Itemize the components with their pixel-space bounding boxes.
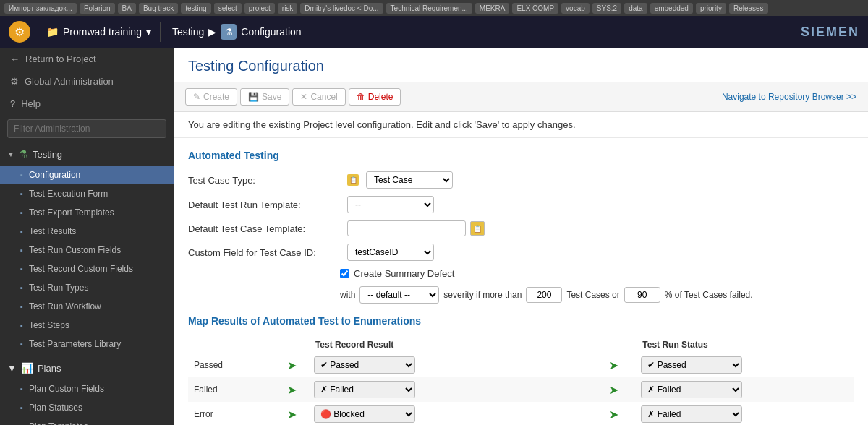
browser-tab[interactable]: testing xyxy=(181,3,210,14)
browser-tab[interactable]: vocab xyxy=(561,3,590,14)
custom-field-label: Custom Field for Test Case ID: xyxy=(188,247,340,258)
arrow-passed-2: ➤ xyxy=(592,353,635,377)
test-cases-label: Test Cases or xyxy=(566,290,619,300)
sidebar-item-run-workflow[interactable]: ▪ Test Run Workflow xyxy=(0,297,174,316)
custom-field-select[interactable]: testCaseID xyxy=(347,244,434,261)
sidebar-item-configuration[interactable]: ▪ Configuration xyxy=(0,166,174,184)
testing-section: ▼ ⚗ Testing ▪ Configuration ▪ Test Execu… xyxy=(0,142,174,353)
sidebar: ← Return to Project ⚙ Global Administrat… xyxy=(0,48,174,425)
save-label: Save xyxy=(262,92,281,102)
browse-button[interactable]: 📋 xyxy=(470,221,485,236)
browser-tab[interactable]: Импорт закладок... xyxy=(4,3,77,14)
browser-tab[interactable]: Bug track xyxy=(139,3,178,14)
with-label: with xyxy=(340,290,355,300)
right-arrow-icon-2: ➤ xyxy=(609,359,618,372)
run-status-error-select[interactable]: ✗ Failed xyxy=(641,405,742,423)
default-run-template-row: Default Test Run Template: -- xyxy=(188,196,854,213)
record-result-failed: ✗ Failed xyxy=(308,377,592,402)
browser-tab[interactable]: project xyxy=(244,3,275,14)
workflow-icon: ▪ xyxy=(20,302,23,311)
sidebar-item-run-types[interactable]: ▪ Test Run Types xyxy=(0,278,174,297)
sidebar-item-label: Test Steps xyxy=(29,320,69,330)
steps-icon: ▪ xyxy=(20,321,23,330)
plan-cf-icon: ▪ xyxy=(20,385,23,393)
browser-tab[interactable]: priority xyxy=(696,3,726,14)
sidebar-item-label: Configuration xyxy=(29,170,80,180)
plan-status-icon: ▪ xyxy=(20,403,23,412)
browser-tab[interactable]: MEKRA xyxy=(475,3,510,14)
testing-section-header[interactable]: ▼ ⚗ Testing xyxy=(0,142,174,166)
create-summary-checkbox[interactable] xyxy=(340,269,349,278)
browser-tab[interactable]: Dmitry's livedoc < Do... xyxy=(300,3,383,14)
browser-tab[interactable]: SYS:2 xyxy=(592,3,621,14)
record-result-error-select[interactable]: 🔴 Blocked xyxy=(314,405,415,423)
browser-tab[interactable]: data xyxy=(624,3,647,14)
save-button[interactable]: 💾 Save xyxy=(240,88,289,106)
record-result-failed-select[interactable]: ✗ Failed xyxy=(314,381,415,398)
sidebar-item-plan-custom-fields[interactable]: ▪ Plan Custom Fields xyxy=(0,379,174,398)
browser-tab[interactable]: Releases xyxy=(729,3,768,14)
right-arrow-icon: ➤ xyxy=(287,359,297,372)
sidebar-item-plan-statuses[interactable]: ▪ Plan Statuses xyxy=(0,398,174,417)
project-selector[interactable]: 📁 Promwad training ▾ xyxy=(38,22,161,42)
cancel-button[interactable]: ✕ Cancel xyxy=(292,88,345,106)
repo-browser-link[interactable]: Navigate to Repository Browser >> xyxy=(722,92,856,102)
severity-select[interactable]: -- default -- xyxy=(359,286,439,304)
info-message: You are editing the existing Project lev… xyxy=(188,119,576,130)
browser-tab[interactable]: risk xyxy=(278,3,298,14)
help[interactable]: ? Help xyxy=(0,93,174,115)
run-status-failed-wrapper: ✗ Failed xyxy=(641,381,848,398)
run-cf-icon: ▪ xyxy=(20,246,23,254)
browser-tab[interactable]: BA xyxy=(118,3,136,14)
map-results-section: Map Results of Automated Test to Enumera… xyxy=(188,315,854,425)
return-to-project[interactable]: ← Return to Project xyxy=(0,48,174,70)
sidebar-item-steps[interactable]: ▪ Test Steps xyxy=(0,316,174,335)
run-status-failed: ✗ Failed xyxy=(635,377,854,402)
test-cases-count-input[interactable] xyxy=(526,287,562,303)
plans-section-header[interactable]: ▼ 📊 Plans xyxy=(0,356,174,379)
filter-input[interactable] xyxy=(7,119,166,138)
default-case-template-input[interactable] xyxy=(347,220,466,236)
sidebar-item-label: Test Results xyxy=(29,226,76,236)
sidebar-item-label: Plan Templates xyxy=(29,421,88,425)
run-status-passed-select[interactable]: ✔ Passed xyxy=(641,356,742,374)
severity-label: severity if more than xyxy=(443,290,522,300)
breadcrumb-arrow: ▶ xyxy=(208,26,216,38)
plans-chart-icon: 📊 xyxy=(21,362,33,374)
test-case-type-control: 📋 Test Case xyxy=(347,171,453,189)
default-run-template-select[interactable]: -- xyxy=(347,196,434,213)
arrow-failed-2: ➤ xyxy=(592,377,635,402)
save-icon: 💾 xyxy=(248,92,259,102)
browser-tab[interactable]: embedded xyxy=(650,3,693,14)
browser-tab[interactable]: select xyxy=(214,3,242,14)
sidebar-item-run-custom-fields[interactable]: ▪ Test Run Custom Fields xyxy=(0,241,174,259)
sidebar-item-label: Test Export Templates xyxy=(29,207,114,218)
percent-input[interactable] xyxy=(624,287,660,303)
create-button[interactable]: ✎ Create xyxy=(185,88,237,106)
test-case-type-row: Test Case Type: 📋 Test Case xyxy=(188,171,854,189)
sidebar-item-parameters-library[interactable]: ▪ Test Parameters Library xyxy=(0,335,174,353)
sidebar-item-execution-form[interactable]: ▪ Test Execution Form xyxy=(0,184,174,203)
record-result-select-wrapper: ✔ Passed xyxy=(314,356,586,374)
record-result-passed-select[interactable]: ✔ Passed xyxy=(314,356,415,374)
delete-button[interactable]: 🗑 Delete xyxy=(349,88,401,106)
col-run-status: Test Run Status xyxy=(635,337,854,353)
sidebar-item-record-custom-fields[interactable]: ▪ Test Record Custom Fields xyxy=(0,259,174,278)
sidebar-item-results[interactable]: ▪ Test Results xyxy=(0,222,174,241)
record-result-failed-wrapper: ✗ Failed xyxy=(314,381,586,398)
project-dropdown-icon: ▾ xyxy=(146,26,151,38)
sidebar-item-export-templates[interactable]: ▪ Test Export Templates xyxy=(0,203,174,222)
sidebar-item-plan-templates[interactable]: ▪ Plan Templates xyxy=(0,417,174,425)
layout: ← Return to Project ⚙ Global Administrat… xyxy=(0,48,868,425)
back-arrow-icon: ← xyxy=(10,53,20,64)
app-logo: ⚙ xyxy=(9,21,30,43)
test-case-type-select[interactable]: Test Case xyxy=(366,171,453,189)
browser-tab[interactable]: Technical Requiremen... xyxy=(386,3,472,14)
browser-tab[interactable]: Polarion xyxy=(80,3,115,14)
global-admin[interactable]: ⚙ Global Administration xyxy=(0,70,174,93)
browser-tab[interactable]: ELX COMP xyxy=(512,3,558,14)
default-case-template-control: 📋 xyxy=(347,220,485,236)
run-status-failed-select[interactable]: ✗ Failed xyxy=(641,381,742,398)
right-arrow-icon-6: ➤ xyxy=(609,408,618,421)
default-case-template-row: Default Test Case Template: 📋 xyxy=(188,220,854,236)
